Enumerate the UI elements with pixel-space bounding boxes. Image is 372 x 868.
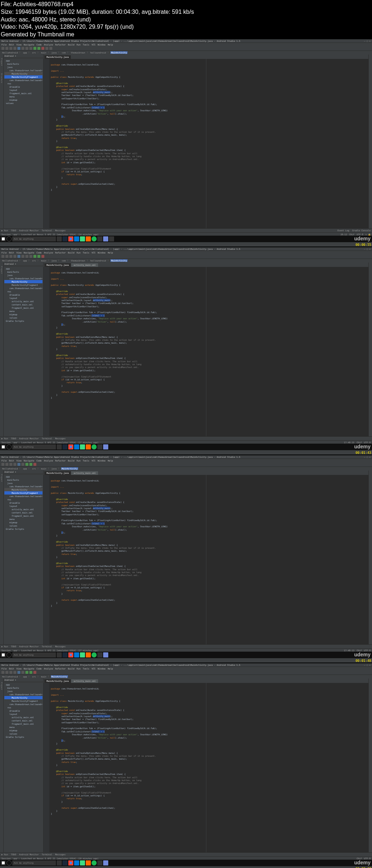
watermark: udemy — [354, 236, 371, 241]
start-button — [1, 236, 6, 241]
cortana-icon — [7, 236, 12, 241]
search-input: Ask me anything — [12, 236, 56, 241]
ide-frame: Hello Android - [C:\Users\Thomas\Mobile … — [0, 39, 372, 247]
right-gutter — [368, 55, 372, 228]
toolbar[interactable] — [0, 47, 372, 51]
timecode: 00:00:55 — [356, 243, 371, 247]
tree-item-selected: MainActivityFragment — [4, 75, 43, 79]
ide-frame: Hello Android - [C:\Users\Thomas\Mobile … — [0, 455, 372, 663]
bottom-tabs[interactable]: ▶ RunTODOAndroid MonitorTerminalMessages… — [0, 229, 372, 232]
breadcrumb[interactable]: HelloAndroid〉app〉src〉main〉java〉com〉thoma… — [0, 51, 372, 55]
video-metadata: File: Activities-4890768.mp4 Size: 19946… — [0, 0, 372, 39]
left-gutter[interactable]: ProjectStructure — [0, 55, 4, 228]
project-panel[interactable]: Android ▾ app manifests java com.thomasb… — [4, 55, 44, 228]
ide-frame: Hello Android - [C:\Users\Thomas\Mobile … — [0, 247, 372, 455]
title-bar: Hello Android - [C:\Users\Thomas\Mobile … — [0, 39, 372, 43]
window-controls[interactable]: — ▢ ✕ — [364, 40, 371, 42]
window-title: Hello Android - [C:\Users\Thomas\Mobile … — [1, 40, 240, 42]
menu-bar[interactable]: FileEditViewNavigateCodeAnalyzeRefactorB… — [0, 251, 372, 255]
menu-bar[interactable]: FileEditViewNavigateCodeAnalyzeRefactorB… — [0, 43, 372, 47]
code-editor[interactable]: MainActivity.java package com.thomasbrow… — [44, 55, 368, 228]
ide-frame: Hello Android - [C:\Users\Thomas\Mobile … — [0, 663, 372, 868]
editor-tab: MainActivity.java — [44, 55, 71, 59]
windows-taskbar[interactable]: Ask me anything udemy — [0, 236, 372, 242]
